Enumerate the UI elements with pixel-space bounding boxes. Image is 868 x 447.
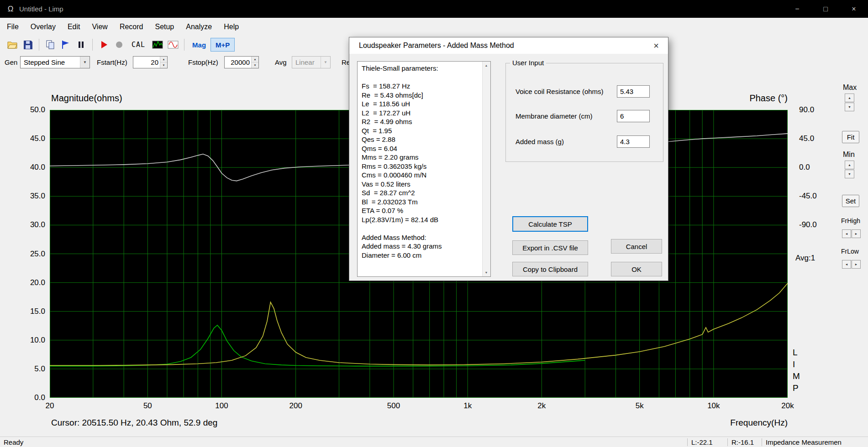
spin-up-icon[interactable]: ▲ bbox=[252, 57, 258, 62]
marker-flag-icon bbox=[60, 39, 71, 50]
voice-coil-resistance-input[interactable] bbox=[617, 85, 650, 98]
axis-tick-label: -90.0 bbox=[799, 220, 817, 229]
loudspeaker-parameters-dialog: Loudspeaker Parameters - Added Mass Meth… bbox=[349, 37, 668, 281]
menu-analyze[interactable]: Analyze bbox=[180, 18, 218, 36]
fstart-input[interactable] bbox=[133, 57, 160, 68]
close-button[interactable]: × bbox=[840, 0, 868, 18]
app-icon: Ω bbox=[5, 5, 16, 14]
save-button[interactable] bbox=[20, 38, 36, 52]
axis-tick-label: 45.0 bbox=[0, 134, 45, 143]
sine-wave-icon bbox=[167, 39, 179, 50]
menu-view[interactable]: View bbox=[86, 18, 113, 36]
pause-button[interactable] bbox=[74, 38, 89, 52]
frhigh-right-button[interactable]: ► bbox=[852, 229, 861, 238]
results-scrollbar[interactable]: ▲ ▼ bbox=[482, 62, 490, 276]
max-down-button[interactable]: ▼ bbox=[845, 103, 854, 111]
max-label: Max bbox=[843, 83, 857, 92]
pause-icon bbox=[76, 39, 87, 50]
menu-help[interactable]: Help bbox=[218, 18, 245, 36]
axis-tick-label: 5.0 bbox=[0, 364, 45, 374]
status-mode: Impedance Measuremen bbox=[766, 438, 842, 446]
generator-type-value: Stepped Sine bbox=[21, 57, 80, 68]
frlow-left-button[interactable]: ◄ bbox=[842, 260, 851, 269]
menu-edit[interactable]: Edit bbox=[62, 18, 86, 36]
axis-tick-label: 1k bbox=[449, 401, 486, 411]
voice-coil-resistance-label: Voice coil Resistance (ohms) bbox=[516, 88, 604, 95]
magnitude-view-button[interactable]: Mag bbox=[188, 38, 210, 52]
set-button[interactable]: Set bbox=[842, 195, 859, 207]
calculate-tsp-button[interactable]: Calculate TSP bbox=[512, 216, 588, 232]
time-record-view-button[interactable] bbox=[165, 38, 181, 52]
tsp-results-list[interactable]: Thiele-Small parameters: Fs = 158.27 HzR… bbox=[357, 61, 491, 277]
ok-button[interactable]: OK bbox=[611, 262, 662, 276]
spin-down-icon[interactable]: ▼ bbox=[252, 62, 258, 68]
minimize-button[interactable]: − bbox=[783, 0, 811, 18]
max-up-button[interactable]: ▲ bbox=[845, 94, 854, 102]
user-input-title: User Input bbox=[510, 59, 546, 67]
min-up-button[interactable]: ▲ bbox=[845, 161, 854, 169]
limp-logo-letter: L bbox=[793, 347, 800, 359]
menu-file[interactable]: File bbox=[1, 18, 25, 36]
menu-overlay[interactable]: Overlay bbox=[25, 18, 62, 36]
calibrate-button[interactable]: CAL bbox=[127, 38, 150, 52]
frhigh-left-button[interactable]: ◄ bbox=[842, 229, 851, 238]
spectrum-view-button[interactable] bbox=[150, 38, 165, 52]
status-bar: Ready L:-22.1 R:-16.1 Impedance Measurem… bbox=[0, 437, 868, 447]
copy-button[interactable] bbox=[42, 38, 58, 52]
axis-tick-label: 45.0 bbox=[799, 134, 814, 143]
spin-up-icon[interactable]: ▲ bbox=[160, 57, 167, 62]
menu-setup[interactable]: Setup bbox=[149, 18, 180, 36]
dialog-close-button[interactable]: × bbox=[644, 37, 668, 54]
record-start-button[interactable] bbox=[96, 38, 111, 52]
cancel-button[interactable]: Cancel bbox=[611, 239, 662, 254]
limp-logo-letter: M bbox=[793, 370, 800, 382]
axis-tick-label: 0.0 bbox=[0, 393, 45, 402]
axis-tick-label: 0.0 bbox=[799, 163, 810, 172]
spin-down-icon[interactable]: ▼ bbox=[160, 62, 167, 68]
axis-tick-label: 30.0 bbox=[0, 220, 45, 229]
axis-tick-label: 40.0 bbox=[0, 163, 45, 172]
phase-axis-title: Phase (°) bbox=[731, 93, 788, 104]
frlow-right-button[interactable]: ► bbox=[852, 260, 861, 269]
tsp-result-line: ETA = 0.07 % bbox=[362, 206, 482, 215]
spectrum-icon bbox=[152, 39, 163, 50]
axis-tick-label: 15.0 bbox=[0, 307, 45, 316]
record-stop-button[interactable] bbox=[111, 38, 127, 52]
status-text: Ready bbox=[4, 438, 23, 446]
toolbar-separator bbox=[92, 39, 93, 51]
min-down-button[interactable]: ▼ bbox=[845, 170, 854, 178]
limp-logo: LIMP bbox=[793, 347, 800, 394]
scroll-down-icon[interactable]: ▼ bbox=[483, 269, 490, 276]
magnitude-phase-view-button[interactable]: M+P bbox=[210, 38, 235, 52]
series-magnitude-free-air bbox=[50, 283, 788, 365]
dropdown-arrow-icon: ▼ bbox=[321, 57, 330, 68]
limp-window: Ω Untitled - Limp − □ × FileOverlayEditV… bbox=[0, 0, 868, 447]
export-csv-button[interactable]: Export in .CSV file bbox=[512, 240, 588, 255]
fstop-input[interactable] bbox=[225, 57, 251, 68]
open-button[interactable] bbox=[5, 38, 20, 52]
maximize-button[interactable]: □ bbox=[811, 0, 840, 18]
dropdown-arrow-icon[interactable]: ▼ bbox=[80, 57, 89, 68]
membrane-diameter-input[interactable] bbox=[617, 110, 650, 122]
limp-logo-letter: P bbox=[793, 382, 800, 394]
copy-to-clipboard-button[interactable]: Copy to Clipboard bbox=[512, 262, 588, 276]
generator-type-combo[interactable]: Stepped Sine ▼ bbox=[20, 56, 90, 68]
frequency-axis-title: Frequency(Hz) bbox=[685, 418, 788, 428]
added-mass-input[interactable] bbox=[617, 135, 650, 148]
fit-button[interactable]: Fit bbox=[842, 131, 859, 143]
scroll-up-icon[interactable]: ▲ bbox=[483, 62, 490, 69]
tsp-result-line: R2 = 4.99 ohms bbox=[362, 117, 482, 126]
stop-circle-icon bbox=[114, 39, 125, 50]
axis-tick-label: 25.0 bbox=[0, 249, 45, 259]
magnitude-axis-title: Magnitude(ohms) bbox=[51, 93, 122, 104]
tsp-result-line bbox=[362, 73, 482, 82]
avg-label: Avg bbox=[275, 58, 287, 66]
min-spinner: ▲ ▼ bbox=[845, 161, 854, 178]
menu-record[interactable]: Record bbox=[114, 18, 149, 36]
tsp-result-line bbox=[362, 224, 482, 233]
axis-tick-label: 20k bbox=[769, 401, 806, 411]
marker-button[interactable] bbox=[58, 38, 74, 52]
status-separator bbox=[762, 438, 762, 446]
tsp-result-line: Added Mass Method: bbox=[362, 233, 482, 242]
axis-tick-label: -45.0 bbox=[799, 192, 817, 201]
